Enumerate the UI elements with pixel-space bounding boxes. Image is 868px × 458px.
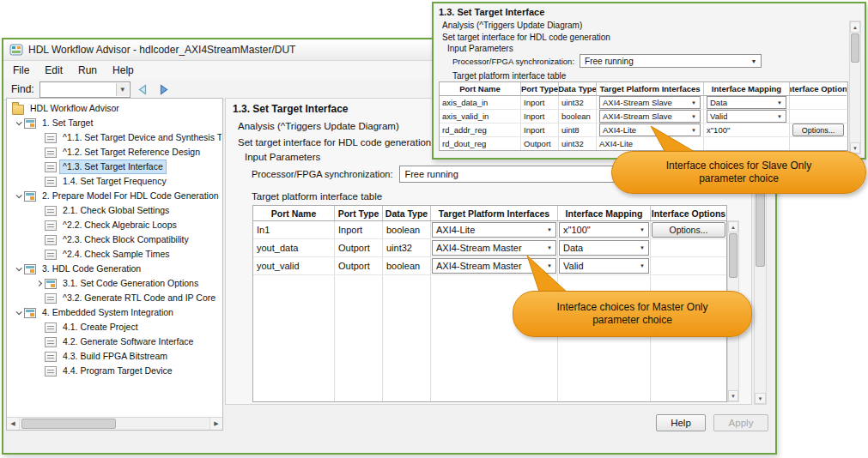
- tree-item[interactable]: 3.1. Set Code Generation Options: [8, 276, 222, 291]
- tree-item[interactable]: ^1.3. Set Target Interface: [8, 160, 222, 174]
- scrollbar-track[interactable]: [20, 418, 209, 430]
- scroll-down-icon[interactable]: ▼: [728, 390, 738, 401]
- tree-item[interactable]: 4.4. Program Target Device: [8, 364, 222, 378]
- tree-horizontal-scrollbar[interactable]: ◀ ▶: [7, 417, 222, 430]
- tree-item[interactable]: ^3.2. Generate RTL Code and IP Core: [8, 291, 222, 305]
- scroll-up-icon[interactable]: ▲: [728, 221, 738, 232]
- filler-cell: [383, 275, 431, 401]
- task-icon: [24, 264, 36, 274]
- tree-item[interactable]: 4.2. Generate Software Interface: [8, 334, 222, 349]
- interface-cell: AXI4-Lite▼: [431, 221, 558, 239]
- tree-item[interactable]: ^2.2. Check Algebraic Loops: [8, 218, 222, 232]
- scrollbar-thumb[interactable]: [851, 33, 859, 63]
- dropdown-value: Valid: [710, 111, 727, 121]
- table-header-row: Port NamePort TypeData TypeTarget Platfo…: [440, 82, 847, 96]
- filler-cell: [253, 275, 335, 401]
- tree-item-label: 2.1. Check Global Settings: [60, 204, 172, 217]
- options-cell: [790, 96, 847, 110]
- menu-file[interactable]: File: [5, 63, 37, 78]
- dropdown-arrow-icon: ▼: [636, 245, 648, 250]
- tree-item[interactable]: 4.1. Create Project: [8, 320, 222, 334]
- column-header: Data Type: [383, 206, 431, 221]
- scroll-down-icon[interactable]: ▼: [755, 393, 766, 404]
- tree-item-label: HDL Workflow Advisor: [27, 102, 122, 115]
- port-name-cell: yout_data: [253, 239, 335, 257]
- scrollbar-thumb[interactable]: [21, 419, 116, 429]
- tree-item[interactable]: 1.4. Set Target Frequency: [8, 174, 222, 189]
- overlay-scrollbar[interactable]: ▲ ▼: [849, 21, 861, 154]
- table-row: In1InportbooleanAXI4-Lite▼x"100"▼Options…: [253, 221, 726, 239]
- sync-dropdown[interactable]: Free running ▼: [580, 54, 762, 68]
- tree-item[interactable]: 4.3. Build FPGA Bitstream: [8, 349, 222, 364]
- help-button[interactable]: Help: [656, 414, 706, 431]
- task-icon: [24, 118, 36, 129]
- leaf-icon: [45, 322, 57, 333]
- leaf-icon: [45, 177, 57, 187]
- tree-item[interactable]: 4. Embedded System Integration: [8, 305, 222, 320]
- tree-item-label: 4.2. Generate Software Interface: [60, 335, 196, 348]
- data-type-cell: uint32: [559, 137, 597, 151]
- column-header: Target Platform Interfaces: [597, 82, 704, 96]
- mapping-cell: Data▼: [704, 96, 790, 110]
- scroll-up-icon[interactable]: ▲: [850, 21, 860, 33]
- find-combobox[interactable]: ▼: [39, 81, 131, 98]
- sync-dropdown[interactable]: Free running ▼: [399, 166, 633, 183]
- dropdown-value: AXI4-Lite: [603, 125, 636, 135]
- task-icon: [45, 279, 57, 289]
- leaf-icon: [45, 235, 57, 245]
- app-icon: [9, 43, 23, 57]
- leaf-icon: [45, 206, 57, 216]
- tree-expand-icon[interactable]: [33, 281, 44, 286]
- tree-item-label: 1.4. Set Target Frequency: [60, 175, 169, 188]
- data-type-cell: boolean: [383, 257, 431, 275]
- tree-item[interactable]: ^2.3. Check Block Compatibility: [8, 232, 222, 247]
- table-label: Target platform interface table: [452, 71, 566, 81]
- input-parameters-label: Input Parameters: [447, 44, 513, 53]
- callout-text-line2: parameter choice: [699, 172, 779, 185]
- tree-item[interactable]: ^1.2. Set Target Reference Design: [8, 145, 222, 160]
- scrollbar-thumb[interactable]: [729, 233, 737, 278]
- find-next-button[interactable]: [156, 82, 172, 96]
- dropdown-arrow-icon: ▼: [543, 227, 555, 232]
- menu-help[interactable]: Help: [105, 63, 142, 78]
- menu-edit[interactable]: Edit: [37, 63, 70, 78]
- mapping-dropdown[interactable]: Data▼: [707, 96, 786, 109]
- tree-collapse-icon[interactable]: [13, 310, 23, 315]
- scroll-right-icon[interactable]: ▶: [209, 418, 222, 430]
- tree-item[interactable]: 1. Set Target: [8, 116, 222, 130]
- table-header-row: Port NamePort TypeData TypeTarget Platfo…: [253, 206, 726, 221]
- options-button[interactable]: Options...: [652, 222, 725, 238]
- data-type-cell: uint32: [383, 239, 431, 257]
- folder-icon: [12, 105, 24, 115]
- mapping-cell: x"100": [704, 124, 790, 137]
- tree-item-label: ^2.2. Check Algebraic Loops: [60, 219, 179, 232]
- options-button[interactable]: Options...: [792, 124, 844, 136]
- workflow-tree: HDL Workflow Advisor1. Set Target^1.1. S…: [8, 101, 222, 417]
- tree-item[interactable]: HDL Workflow Advisor: [8, 101, 222, 116]
- mapping-dropdown[interactable]: x"100"▼: [559, 222, 649, 238]
- interface-dropdown[interactable]: AXI4-Lite▼: [432, 222, 556, 238]
- leaf-icon: [45, 366, 57, 377]
- interface-dropdown[interactable]: AXI4-Stream Slave▼: [599, 96, 701, 109]
- interface-dropdown[interactable]: AXI4-Stream Slave▼: [599, 110, 701, 123]
- callout-text-line1: Interface choices for Slave Only: [666, 160, 811, 172]
- panel-subtitle: Set target interface for HDL code genera…: [442, 33, 610, 42]
- tree-item[interactable]: 3. HDL Code Generation: [8, 262, 222, 276]
- dropdown-value: AXI4-Stream Slave: [603, 98, 672, 107]
- tree-item[interactable]: 2.1. Check Global Settings: [8, 203, 222, 218]
- tree-item[interactable]: ^1.1. Set Target Device and Synthesis To…: [8, 130, 222, 145]
- tree-collapse-icon[interactable]: [13, 267, 23, 271]
- leaf-icon: [45, 162, 57, 172]
- menu-run[interactable]: Run: [70, 63, 105, 78]
- scroll-left-icon[interactable]: ◀: [7, 418, 20, 430]
- apply-button[interactable]: Apply: [713, 414, 768, 431]
- tree-collapse-icon[interactable]: [13, 194, 23, 198]
- find-dropdown-arrow-icon[interactable]: ▼: [116, 83, 129, 96]
- dropdown-arrow-icon: ▼: [543, 245, 555, 250]
- tree-collapse-icon[interactable]: [13, 121, 23, 125]
- tree-item[interactable]: 2. Prepare Model For HDL Code Generation: [8, 189, 222, 203]
- find-previous-button[interactable]: [136, 82, 151, 96]
- mapping-dropdown[interactable]: Valid▼: [707, 110, 786, 123]
- tree-item[interactable]: ^2.4. Check Sample Times: [8, 247, 222, 262]
- callout-text-line1: Interface choices for Master Only: [556, 301, 707, 314]
